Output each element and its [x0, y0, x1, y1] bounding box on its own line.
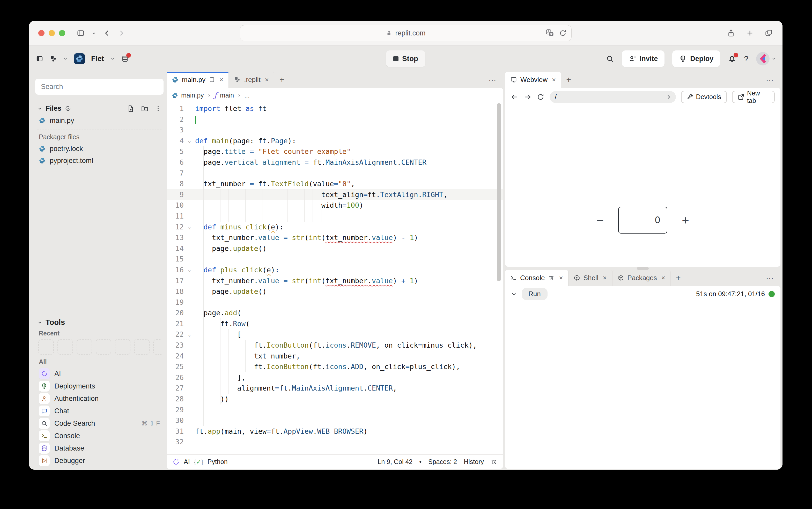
share-icon[interactable] [726, 29, 736, 37]
code-line-20[interactable]: 20page.add( [167, 308, 503, 318]
code-line-21[interactable]: 21ft.Row( [167, 318, 503, 329]
add-tab-button[interactable]: + [274, 72, 290, 88]
new-folder-icon[interactable] [141, 105, 149, 112]
close-tab-icon[interactable]: × [661, 274, 665, 282]
code-area[interactable]: 1import flet as ft234⌄def main(page: ft.… [167, 103, 503, 454]
tool-deployments[interactable]: Deployments [37, 380, 161, 393]
browser-sidebar-icon[interactable] [76, 29, 85, 37]
code-line-11[interactable]: 11 [167, 211, 503, 222]
invite-button[interactable]: Invite [622, 50, 665, 67]
tool-ai[interactable]: AI [37, 368, 161, 380]
close-tab-icon[interactable]: × [603, 274, 607, 282]
devtools-button[interactable]: Devtools [681, 91, 727, 103]
code-line-25[interactable]: 25ft.IconButton(ft.icons.ADD, on_click=p… [167, 361, 503, 372]
ai-icon[interactable] [172, 458, 180, 466]
avatar[interactable] [756, 52, 770, 65]
cursor-position[interactable]: Ln 9, Col 42 [378, 458, 413, 466]
status-ai-label[interactable]: AI [184, 458, 190, 466]
tab-.replit[interactable]: .replit× [228, 72, 274, 88]
code-line-26[interactable]: 26], [167, 372, 503, 383]
code-line-27[interactable]: 27alignment=ft.MainAxisAlignment.CENTER, [167, 383, 503, 394]
resources-icon[interactable] [121, 55, 129, 63]
new-tab-icon[interactable] [746, 29, 754, 37]
breadcrumb-symbol[interactable]: main [220, 92, 234, 99]
code-line-32[interactable]: 32 [167, 437, 503, 447]
tab-main.py[interactable]: main.py× [167, 72, 228, 88]
translate-icon[interactable] [546, 29, 554, 37]
status-spaces[interactable]: Spaces: 2 [428, 458, 457, 466]
code-line-14[interactable]: 14page.update() [167, 243, 503, 254]
code-line-10[interactable]: 10width=100) [167, 200, 503, 211]
code-line-19[interactable]: 19 [167, 297, 503, 308]
code-line-12[interactable]: 12⌄def minus_click(e): [167, 222, 503, 233]
webview-url-input[interactable]: / [550, 91, 676, 103]
code-line-15[interactable]: 15 [167, 254, 503, 265]
project-name[interactable]: Flet [91, 55, 104, 63]
tool-database[interactable]: Database [37, 442, 161, 454]
minus-button[interactable]: − [596, 213, 604, 227]
counter-textfield[interactable]: 0 [618, 207, 668, 234]
minimize-window-button[interactable] [48, 30, 55, 36]
run-label[interactable]: Run [522, 288, 548, 300]
code-line-13[interactable]: 13txt_number.value = str(int(txt_number.… [167, 232, 503, 243]
panel-splitter-handle[interactable] [637, 267, 649, 270]
code-line-7[interactable]: 7 [167, 168, 503, 179]
file-main.py[interactable]: main.py [35, 114, 164, 127]
breadcrumb[interactable]: main.py ƒ main ... [167, 88, 503, 103]
forward-icon[interactable] [118, 29, 125, 37]
code-line-8[interactable]: 8txt_number = ft.TextField(value="0", [167, 178, 503, 189]
tools-chevron-icon[interactable] [37, 320, 42, 325]
webview-back-icon[interactable] [511, 93, 519, 101]
breadcrumb-more[interactable]: ... [244, 92, 250, 99]
fold-chevron-icon[interactable]: ⌄ [184, 329, 195, 340]
project-chevron-icon[interactable] [110, 56, 115, 61]
tab-overview-icon[interactable] [765, 29, 773, 37]
tabbar-more-icon[interactable]: ⋯ [489, 75, 503, 84]
stop-button[interactable]: Stop [386, 50, 425, 67]
tool-authentication[interactable]: Authentication [37, 393, 161, 405]
back-icon[interactable] [103, 29, 111, 37]
check-circle-icon[interactable] [65, 105, 71, 112]
close-window-button[interactable] [38, 30, 44, 36]
editor-scrollbar[interactable] [497, 103, 501, 281]
history-clock-icon[interactable] [491, 459, 497, 465]
code-line-31[interactable]: 31ft.app(main, view=ft.AppView.WEB_BROWS… [167, 426, 503, 437]
code-line-3[interactable]: 3 [167, 125, 503, 136]
code-line-18[interactable]: 18page.update() [167, 286, 503, 297]
tabbar-more-icon[interactable]: ⋯ [766, 75, 780, 84]
deploy-button[interactable]: Deploy [672, 50, 720, 67]
run-chevron-icon[interactable] [511, 291, 517, 297]
add-tab-button[interactable]: + [671, 270, 686, 286]
address-bar[interactable]: replit.com [240, 25, 572, 41]
files-chevron-icon[interactable] [37, 106, 42, 111]
tab-webview[interactable]: Webview × [505, 72, 561, 88]
code-line-9[interactable]: 9text_align=ft.TextAlign.RIGHT, [167, 189, 503, 200]
tab-packages[interactable]: Packages× [612, 270, 671, 286]
go-arrow-icon[interactable] [664, 94, 671, 100]
code-line-23[interactable]: 23ft.IconButton(ft.icons.REMOVE, on_clic… [167, 340, 503, 351]
file-pyproject.toml[interactable]: pyproject.toml [35, 155, 164, 167]
workspace-blocks-icon[interactable] [50, 55, 57, 62]
open-new-tab-button[interactable]: New tab [732, 91, 775, 103]
file-poetry.lock[interactable]: poetry.lock [35, 143, 164, 155]
reload-icon[interactable] [559, 29, 567, 37]
sidebar-toggle-icon[interactable] [36, 55, 43, 63]
close-tab-icon[interactable]: × [559, 274, 563, 282]
kebab-menu-icon[interactable] [155, 105, 161, 112]
close-tab-icon[interactable]: × [220, 76, 223, 84]
avatar-chevron-icon[interactable] [772, 57, 776, 61]
status-language[interactable]: Python [207, 458, 228, 466]
tool-chat[interactable]: Chat [37, 405, 161, 417]
code-line-2[interactable]: 2 [167, 114, 503, 125]
code-line-24[interactable]: 24txt_number, [167, 351, 503, 362]
code-line-29[interactable]: 29 [167, 405, 503, 415]
code-line-5[interactable]: 5page.title = "Flet counter example" [167, 146, 503, 157]
fold-chevron-icon[interactable]: ⌄ [184, 222, 195, 233]
chevron-down-icon[interactable] [63, 56, 68, 61]
tabbar-more-icon[interactable]: ⋯ [766, 273, 780, 282]
tool-debugger[interactable]: Debugger [37, 454, 161, 467]
code-line-30[interactable]: 30 [167, 415, 503, 426]
console-output[interactable] [505, 302, 780, 469]
plus-button[interactable]: + [682, 213, 689, 227]
project-icon[interactable] [74, 53, 85, 64]
